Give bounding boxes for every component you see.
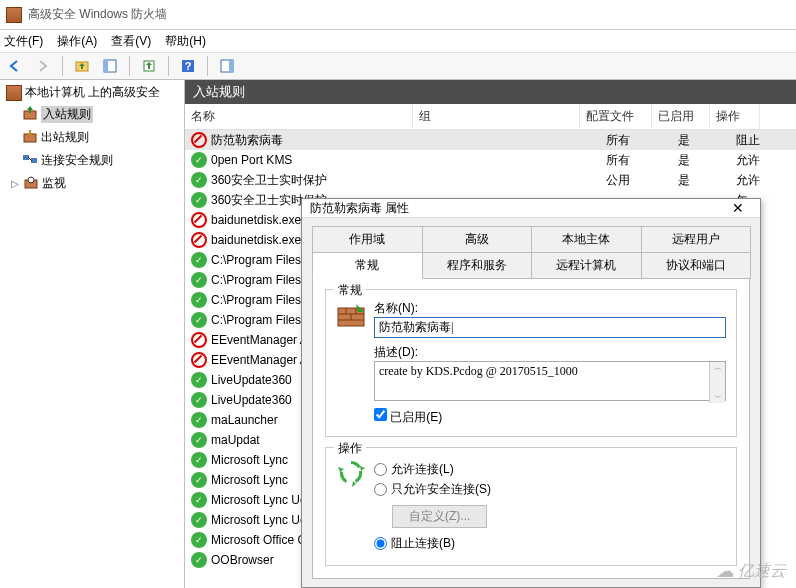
allow-connection-radio[interactable] <box>374 463 387 476</box>
svg-marker-20 <box>360 466 365 471</box>
rule-row[interactable]: ✓0pen Port KMS所有是允许 <box>185 150 796 170</box>
allow-icon: ✓ <box>191 472 207 488</box>
allow-icon: ✓ <box>191 292 207 308</box>
col-group[interactable]: 组 <box>413 104 580 129</box>
svg-marker-22 <box>338 467 344 472</box>
tab-scope[interactable]: 作用域 <box>312 226 423 253</box>
sort-indicator-icon: ︿ <box>675 106 683 117</box>
toolbar: ? <box>0 52 796 80</box>
block-icon <box>191 132 207 148</box>
firewall-large-icon <box>336 300 366 330</box>
tab-remote-user[interactable]: 远程用户 <box>641 226 752 253</box>
back-button[interactable] <box>4 55 26 77</box>
allow-icon: ✓ <box>191 512 207 528</box>
outbound-icon <box>22 128 38 147</box>
col-name[interactable]: 名称 <box>185 104 413 129</box>
allow-icon: ✓ <box>191 172 207 188</box>
tree-monitor[interactable]: ▷ 监视 <box>0 172 184 195</box>
block-icon <box>191 352 207 368</box>
connsec-icon <box>22 151 38 170</box>
allow-secure-radio[interactable] <box>374 483 387 496</box>
allow-icon: ✓ <box>191 392 207 408</box>
name-input[interactable] <box>374 317 726 338</box>
rule-row[interactable]: 防范勒索病毒所有是阻止 <box>185 130 796 150</box>
title-bar: 高级安全 Windows 防火墙 <box>0 0 796 30</box>
watermark: ☁ 亿速云 <box>716 560 786 582</box>
tab-advanced[interactable]: 高级 <box>422 226 533 253</box>
menu-action[interactable]: 操作(A) <box>57 33 97 50</box>
content-heading: 入站规则 <box>185 80 796 104</box>
allow-icon: ✓ <box>191 252 207 268</box>
tab-content: 常规 名称(N): 描述(D): ︿ ﹀ <box>312 279 750 579</box>
menu-help[interactable]: 帮助(H) <box>165 33 206 50</box>
rule-row[interactable]: ✓360安全卫士实时保护公用是允许 <box>185 170 796 190</box>
tree-connection-security[interactable]: 连接安全规则 <box>0 149 184 172</box>
tab-remote-computer[interactable]: 远程计算机 <box>531 253 642 279</box>
monitor-icon <box>23 174 39 193</box>
firewall-icon <box>6 85 22 101</box>
block-icon <box>191 212 207 228</box>
allow-icon: ✓ <box>191 272 207 288</box>
scroll-up-icon[interactable]: ︿ <box>714 362 722 373</box>
menu-view[interactable]: 查看(V) <box>111 33 151 50</box>
firewall-icon <box>6 7 22 23</box>
action-pane-button[interactable] <box>216 55 238 77</box>
help-button[interactable]: ? <box>177 55 199 77</box>
menu-file[interactable]: 文件(F) <box>4 33 43 50</box>
expand-icon[interactable]: ▷ <box>10 178 20 189</box>
forward-button[interactable] <box>32 55 54 77</box>
group-action: 操作 允许连接(L) 只允许安全连接(S) 自定义(Z)... 阻止连接(B) <box>325 447 737 566</box>
allow-icon: ✓ <box>191 152 207 168</box>
col-profile[interactable]: 配置文件 <box>580 104 652 129</box>
desc-label: 描述(D): <box>374 345 418 359</box>
dialog-title: 防范勒索病毒 属性 <box>310 200 409 217</box>
customize-button: 自定义(Z)... <box>392 505 487 528</box>
svg-rect-7 <box>229 60 233 72</box>
allow-icon: ✓ <box>191 432 207 448</box>
grid-header: 名称 组 配置文件 已启用 操作 ︿ <box>185 104 796 130</box>
tree-root[interactable]: 本地计算机 上的高级安全 <box>0 82 184 103</box>
scroll-down-icon[interactable]: ﹀ <box>714 392 722 403</box>
rule-name: 360安全卫士实时保护 <box>211 172 439 189</box>
tab-programs[interactable]: 程序和服务 <box>422 253 533 279</box>
close-button[interactable]: ✕ <box>724 200 752 216</box>
svg-rect-2 <box>104 60 108 72</box>
menu-bar: 文件(F) 操作(A) 查看(V) 帮助(H) <box>0 30 796 52</box>
svg-point-13 <box>28 177 34 183</box>
export-button[interactable] <box>138 55 160 77</box>
description-textarea[interactable] <box>374 361 726 401</box>
nav-tree: 本地计算机 上的高级安全 入站规则 出站规则 连接安全规则 ▷ 监视 <box>0 80 185 588</box>
action-icon <box>336 458 366 488</box>
allow-icon: ✓ <box>191 372 207 388</box>
rule-name: 0pen Port KMS <box>211 153 439 167</box>
allow-icon: ✓ <box>191 492 207 508</box>
tree-inbound-rules[interactable]: 入站规则 <box>0 103 184 126</box>
window-title: 高级安全 Windows 防火墙 <box>28 6 167 23</box>
allow-icon: ✓ <box>191 412 207 428</box>
rule-name: 防范勒索病毒 <box>211 132 439 149</box>
tab-general[interactable]: 常规 <box>312 253 423 279</box>
tab-protocols[interactable]: 协议和端口 <box>641 253 752 279</box>
block-icon <box>191 332 207 348</box>
show-hide-tree-button[interactable] <box>99 55 121 77</box>
up-button[interactable] <box>71 55 93 77</box>
tree-outbound-rules[interactable]: 出站规则 <box>0 126 184 149</box>
allow-icon: ✓ <box>191 192 207 208</box>
svg-marker-21 <box>352 481 356 487</box>
allow-icon: ✓ <box>191 452 207 468</box>
tabs: 作用域 高级 本地主体 远程用户 常规 程序和服务 远程计算机 协议和端口 <box>312 226 750 279</box>
properties-dialog: 防范勒索病毒 属性 ✕ 作用域 高级 本地主体 远程用户 常规 程序和服务 远程… <box>301 198 761 588</box>
group-general: 常规 名称(N): 描述(D): ︿ ﹀ <box>325 289 737 437</box>
name-label: 名称(N): <box>374 301 418 315</box>
block-connection-radio[interactable] <box>374 537 387 550</box>
tab-local-principal[interactable]: 本地主体 <box>531 226 642 253</box>
cloud-icon: ☁ <box>716 560 734 582</box>
block-icon <box>191 232 207 248</box>
col-action[interactable]: 操作 <box>710 104 760 129</box>
allow-icon: ✓ <box>191 532 207 548</box>
dialog-titlebar: 防范勒索病毒 属性 ✕ <box>302 199 760 218</box>
svg-text:?: ? <box>185 60 192 72</box>
enabled-checkbox-label[interactable]: 已启用(E) <box>374 410 442 424</box>
enabled-checkbox[interactable] <box>374 408 387 421</box>
allow-icon: ✓ <box>191 312 207 328</box>
